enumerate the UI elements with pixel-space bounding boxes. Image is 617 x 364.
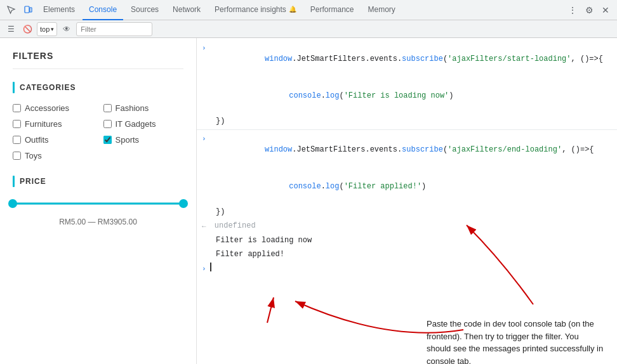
device-icon[interactable] [20,3,36,18]
category-accessories[interactable]: Accessories [13,103,93,113]
input-arrow-4: › [202,133,206,145]
console-code-5: console.log('Filter applied!') [216,169,612,204]
checkbox-accessories[interactable] [13,104,21,112]
context-selector[interactable]: top ▾ [37,22,57,36]
console-filter-input[interactable] [76,22,152,36]
tab-console[interactable]: Console [83,0,123,20]
range-thumb-right[interactable] [179,199,188,208]
filters-title: FILTERS [13,51,183,69]
settings-icon[interactable]: ⚙ [581,3,597,18]
console-code-2: console.log('Filter is loading now') [216,79,612,113]
console-undefined-text: undefined [210,220,612,231]
console-code-4: window.JetSmartFilters.events.subscribe(… [210,133,612,167]
console-line-log1: Filter is loading now [197,233,617,247]
console-line-log2: Filter applied! [197,247,617,261]
svg-rect-0 [25,6,29,13]
console-cursor [210,263,211,271]
console-line-5: console.log('Filter applied!') [211,168,617,205]
console-wrapper: › window.JetSmartFilters.events.subscrib… [197,38,617,364]
close-devtools-icon[interactable]: ✕ [598,3,613,18]
annotation-text: Paste the code in dev tool console tab (… [427,318,604,364]
category-sports[interactable]: Sports [103,135,184,145]
annotation-area: Paste the code in dev tool console tab (… [197,291,617,364]
tab-network[interactable]: Network [166,0,207,20]
checkbox-sports[interactable] [103,136,112,144]
price-range-labels: RM5.00 — RM3905.00 [13,218,183,226]
devtools-tab-bar: Elements Console Sources Network Perform… [0,0,617,20]
tab-sources[interactable]: Sources [124,0,165,20]
console-line-undefined: ← undefined [197,219,617,233]
console-sidebar-icon[interactable]: ☰ [4,22,18,36]
console-line-4: › window.JetSmartFilters.events.subscrib… [197,131,617,168]
category-toys[interactable]: Toys [13,151,93,160]
category-it-gadgets[interactable]: IT Gadgets [103,119,184,129]
range-thumb-left[interactable] [8,199,17,208]
checkbox-toys[interactable] [13,152,21,160]
clear-console-icon[interactable]: 🚫 [20,22,34,36]
tab-performance-insights[interactable]: Performance insights 🔔 [208,0,303,20]
inspect-icon[interactable] [4,3,19,18]
categories-accent [13,82,15,93]
console-sep-1 [197,129,617,130]
console-code-6: }) [216,206,612,218]
console-code-1: window.JetSmartFilters.events.subscribe(… [210,42,612,76]
console-log-loading: Filter is loading now [216,235,612,246]
console-panel[interactable]: › window.JetSmartFilters.events.subscrib… [197,38,617,364]
input-arrow-1: › [202,42,206,54]
categories-label: CATEGORIES [20,83,76,92]
price-label: PRICE [20,177,46,186]
checkbox-outfits[interactable] [13,136,21,144]
main-content: FILTERS CATEGORIES Accessories Fashions … [0,38,617,364]
annotation-box: Paste the code in dev tool console tab (… [427,318,604,364]
checkbox-furnitures[interactable] [13,120,21,128]
console-content: › window.JetSmartFilters.events.subscrib… [197,38,617,278]
console-log-applied: Filter applied! [216,249,612,260]
console-line-2: console.log('Filter is loading now') [211,77,617,114]
console-toolbar: ☰ 🚫 top ▾ 👁 [0,20,617,38]
filters-panel: FILTERS CATEGORIES Accessories Fashions … [0,38,197,364]
range-track [13,203,183,205]
console-cursor-line[interactable]: › [197,261,617,276]
more-tabs-icon[interactable]: ⋮ [565,3,580,18]
cursor-arrow: › [202,263,206,275]
console-line-3: }) [211,114,617,128]
range-fill [13,203,183,205]
tab-memory[interactable]: Memory [362,0,402,20]
svg-line-3 [267,297,274,323]
checkbox-it-gadgets[interactable] [103,120,112,128]
tab-performance[interactable]: Performance [304,0,361,20]
eye-icon[interactable]: 👁 [60,22,74,36]
categories-section-header: CATEGORIES [13,82,183,93]
price-section-header: PRICE [13,176,183,187]
svg-rect-1 [30,8,32,12]
checkbox-fashions[interactable] [103,104,112,112]
tab-elements[interactable]: Elements [37,0,81,20]
categories-grid: Accessories Fashions Furnitures IT Gadge… [13,103,183,160]
price-accent [13,176,15,187]
price-section: PRICE RM5.00 — RM3905.00 [13,176,183,226]
category-outfits[interactable]: Outfits [13,135,93,145]
category-fashions[interactable]: Fashions [103,103,184,113]
category-furnitures[interactable]: Furnitures [13,119,93,129]
output-arrow-undefined: ← [202,220,206,232]
console-code-3: }) [216,115,612,127]
console-line-1: › window.JetSmartFilters.events.subscrib… [197,41,617,77]
console-line-6: }) [211,205,617,219]
price-range-bar [13,197,183,210]
